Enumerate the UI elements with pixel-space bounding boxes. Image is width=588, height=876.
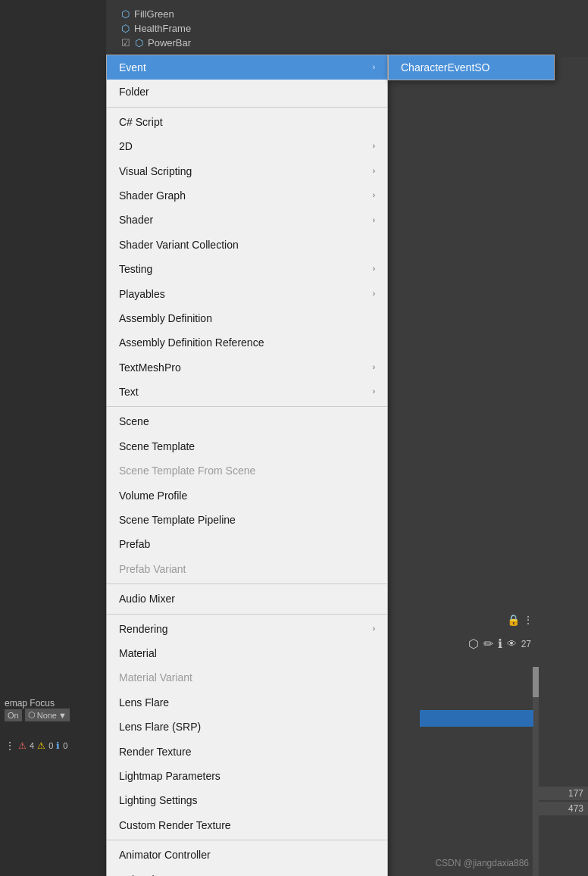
menu-item-scene-template[interactable]: Scene Template: [107, 434, 387, 458]
menu-item-text-label: Text: [119, 383, 139, 400]
menu-item-prefab-variant-label: Prefab Variant: [119, 561, 186, 577]
watermark-text: CSDN @jiangdaxia886: [435, 858, 529, 868]
menu-item-shader-variant[interactable]: Shader Variant Collection: [107, 233, 387, 257]
inspector-icons-bar: 🔒 ⋮: [507, 614, 533, 626]
menu-arrow-playables: ›: [373, 288, 375, 300]
hierarchy-item-fillgreen-label: FillGreen: [134, 8, 174, 20]
warning-icon: ⚠: [37, 740, 45, 751]
hierarchy-item-fillgreen[interactable]: ⬡ FillGreen: [121, 8, 588, 20]
separator-4: [107, 614, 387, 615]
menu-item-shader-graph[interactable]: Shader Graph ›: [107, 183, 387, 208]
menu-item-scene-template-label: Scene Template: [119, 438, 195, 455]
menu-arrow-visual-scripting: ›: [373, 165, 375, 177]
menu-item-prefab-label: Prefab: [119, 536, 150, 552]
hierarchy-item-powerbar-label: PowerBar: [148, 37, 191, 48]
menu-item-prefab[interactable]: Prefab: [107, 532, 387, 556]
info-icon[interactable]: ℹ: [498, 637, 502, 651]
separator-3: [107, 583, 387, 584]
menu-item-lens-flare[interactable]: Lens Flare: [107, 690, 387, 715]
menu-item-folder[interactable]: Folder: [107, 80, 387, 104]
hierarchy-panel: ⬡ FillGreen ⬡ HealthFrame ☑ ⬡ PowerBar: [106, 0, 588, 57]
scrollbar-thumb[interactable]: [533, 667, 539, 697]
menu-item-event[interactable]: Event ›: [107, 55, 387, 80]
menu-item-audio-mixer-label: Audio Mixer: [119, 590, 175, 607]
submenu-item-character-event-so-label: CharacterEventSO: [401, 61, 490, 74]
error-count: 4: [30, 741, 34, 750]
menu-arrow-text: ›: [373, 386, 375, 398]
filter-icon[interactable]: ⬡: [468, 637, 479, 651]
lightmap-on-toggle[interactable]: On: [5, 709, 22, 721]
lightmap-toggle-row: On ⬡ None ▼: [5, 709, 102, 721]
number-177-label: 177: [568, 788, 583, 799]
menu-arrow-textmeshpro: ›: [373, 361, 375, 374]
menu-item-playables-label: Playables: [119, 286, 165, 302]
three-dots-icon[interactable]: ⋮: [5, 740, 15, 752]
hierarchy-item-healthframe-label: HealthFrame: [134, 23, 191, 34]
menu-item-scene[interactable]: Scene: [107, 409, 387, 433]
menu-item-volume-profile[interactable]: Volume Profile: [107, 483, 387, 508]
menu-item-assembly-def-label: Assembly Definition: [119, 310, 212, 327]
menu-item-visual-scripting-label: Visual Scripting: [119, 163, 192, 180]
menu-item-lightmap-params-label: Lightmap Parameters: [119, 768, 220, 784]
menu-item-animation[interactable]: Animation: [107, 868, 387, 877]
menu-item-lightmap-params[interactable]: Lightmap Parameters: [107, 764, 387, 788]
menu-item-material-variant: Material Variant: [107, 665, 387, 690]
menu-item-csharp-label: C# Script: [119, 114, 163, 130]
menu-item-material-label: Material: [119, 645, 157, 662]
lightmap-focus-label: emap Focus: [5, 698, 102, 709]
hierarchy-item-powerbar[interactable]: ☑ ⬡ PowerBar: [121, 37, 588, 48]
menu-item-text[interactable]: Text ›: [107, 380, 387, 404]
separator-5: [107, 840, 387, 840]
menu-item-scene-template-pipeline[interactable]: Scene Template Pipeline: [107, 508, 387, 532]
brush-icon[interactable]: ✏: [483, 637, 493, 651]
inspector-selected-bar: [420, 710, 533, 727]
context-menu: Event › Folder C# Script 2D › Visual Scr…: [106, 55, 388, 876]
hierarchy-item-healthframe[interactable]: ⬡ HealthFrame: [121, 23, 588, 34]
submenu-item-character-event-so[interactable]: CharacterEventSO: [389, 55, 554, 80]
more-options-icon[interactable]: ⋮: [523, 614, 533, 626]
menu-item-testing[interactable]: Testing ›: [107, 257, 387, 281]
menu-item-textmeshpro[interactable]: TextMeshPro ›: [107, 355, 387, 380]
menu-item-folder-label: Folder: [119, 83, 149, 100]
menu-item-animator-controller[interactable]: Animator Controller: [107, 843, 387, 867]
menu-item-audio-mixer[interactable]: Audio Mixer: [107, 587, 387, 611]
cube-icon-fillgreen: ⬡: [121, 8, 130, 20]
menu-arrow-shader: ›: [373, 214, 375, 227]
menu-arrow-2d: ›: [373, 140, 375, 152]
menu-item-assembly-def[interactable]: Assembly Definition: [107, 306, 387, 330]
menu-item-lighting-settings-label: Lighting Settings: [119, 792, 198, 809]
menu-item-csharp[interactable]: C# Script: [107, 110, 387, 134]
menu-item-lighting-settings[interactable]: Lighting Settings: [107, 788, 387, 812]
menu-item-playables[interactable]: Playables ›: [107, 282, 387, 306]
lightmap-focus-text: emap Focus: [5, 698, 55, 709]
number-badge-177: 177: [535, 787, 588, 800]
menu-item-visual-scripting[interactable]: Visual Scripting ›: [107, 159, 387, 183]
lightmap-toggle-label: On: [8, 711, 19, 720]
menu-item-shader-label: Shader: [119, 211, 153, 228]
menu-item-assembly-def-ref[interactable]: Assembly Definition Reference: [107, 330, 387, 355]
warning-count: 0: [48, 741, 53, 750]
menu-item-shader-graph-label: Shader Graph: [119, 187, 186, 204]
menu-item-lens-flare-srp[interactable]: Lens Flare (SRP): [107, 715, 387, 739]
menu-item-material[interactable]: Material: [107, 641, 387, 665]
menu-item-scene-template-from-scene-label: Scene Template From Scene: [119, 462, 255, 479]
menu-item-lens-flare-label: Lens Flare: [119, 694, 169, 711]
inspector-scrollbar[interactable]: [533, 667, 539, 876]
menu-item-scene-label: Scene: [119, 413, 149, 430]
menu-item-volume-profile-label: Volume Profile: [119, 487, 187, 504]
lightmap-none-dropdown[interactable]: ⬡ None ▼: [25, 709, 70, 721]
menu-arrow-testing: ›: [373, 263, 375, 275]
menu-item-rendering[interactable]: Rendering ›: [107, 617, 387, 641]
menu-item-assembly-def-ref-label: Assembly Definition Reference: [119, 334, 264, 351]
separator-2: [107, 406, 387, 407]
number-badges-panel: 177 473: [535, 787, 588, 815]
menu-item-testing-label: Testing: [119, 261, 152, 277]
eye-icon[interactable]: 👁: [507, 638, 517, 649]
eye-count-label: 27: [521, 639, 531, 649]
menu-item-2d[interactable]: 2D ›: [107, 134, 387, 158]
info-icon: ℹ: [56, 740, 60, 751]
menu-item-render-texture[interactable]: Render Texture: [107, 740, 387, 764]
lock-icon[interactable]: 🔒: [507, 614, 520, 626]
menu-item-custom-render-texture[interactable]: Custom Render Texture: [107, 813, 387, 837]
menu-item-shader[interactable]: Shader ›: [107, 208, 387, 232]
